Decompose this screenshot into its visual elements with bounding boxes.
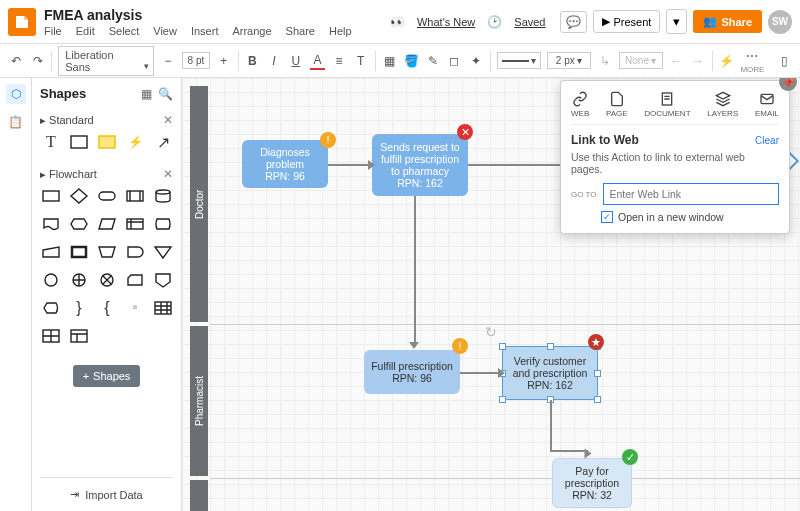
rotate-handle-icon[interactable]: ↻ <box>485 324 497 340</box>
close-standard-icon[interactable]: ✕ <box>163 113 173 127</box>
fc-manual2[interactable] <box>96 241 118 263</box>
warning-badge[interactable]: ! <box>320 132 336 148</box>
fc-bracket-r[interactable]: } <box>68 297 90 319</box>
connector-icon[interactable]: ↳ <box>597 52 613 70</box>
text-color-icon[interactable]: A <box>310 52 326 70</box>
size-increase[interactable]: + <box>216 52 232 70</box>
shape-bolt[interactable]: ⚡ <box>124 131 146 153</box>
binoculars-icon[interactable]: 👀 <box>390 15 405 29</box>
whats-new-link[interactable]: What's New <box>417 16 475 28</box>
fc-table3[interactable] <box>68 325 90 347</box>
node-sendreq[interactable]: Sends request to fulfill prescription to… <box>372 134 468 196</box>
menu-select[interactable]: Select <box>109 25 140 37</box>
fc-process[interactable] <box>40 185 62 207</box>
fc-dots[interactable]: ⦂⦂ <box>124 297 146 319</box>
menu-help[interactable]: Help <box>329 25 352 37</box>
fc-sum[interactable] <box>68 269 90 291</box>
fc-table1[interactable] <box>152 297 174 319</box>
import-data-button[interactable]: ⇥Import Data <box>40 477 173 511</box>
undo-icon[interactable]: ↶ <box>8 52 24 70</box>
share-button[interactable]: 👥 Share <box>693 10 762 33</box>
font-size[interactable]: 8 pt <box>182 52 210 69</box>
app-logo[interactable] <box>8 8 36 36</box>
fc-stored[interactable] <box>152 213 174 235</box>
close-flowchart-icon[interactable]: ✕ <box>163 167 173 181</box>
fc-terminator[interactable] <box>96 185 118 207</box>
fc-database[interactable] <box>152 185 174 207</box>
connector[interactable] <box>328 164 372 166</box>
saved-status[interactable]: Saved <box>514 16 545 28</box>
swimlane-patient[interactable]: Patient <box>190 480 208 511</box>
connector[interactable] <box>460 372 502 374</box>
fc-display[interactable] <box>40 297 62 319</box>
action-badge[interactable]: ★ <box>588 334 604 350</box>
fc-or[interactable] <box>96 269 118 291</box>
text-format-icon[interactable]: T <box>353 52 369 70</box>
swimlane-doctor[interactable]: Doctor <box>190 86 208 322</box>
arrow-end-icon[interactable]: → <box>690 52 706 70</box>
rail-shapes-icon[interactable]: ⬡ <box>6 84 26 104</box>
bucket-icon[interactable]: 🪣 <box>403 52 419 70</box>
menu-view[interactable]: View <box>153 25 177 37</box>
fc-bracket-l[interactable]: { <box>96 297 118 319</box>
stroke-width[interactable]: 2 px ▾ <box>547 52 591 69</box>
category-flowchart[interactable]: ▸ Flowchart <box>40 168 97 181</box>
pen-icon[interactable]: ✎ <box>425 52 441 70</box>
node-verify[interactable]: Verify customer and prescription RPN: 16… <box>502 346 598 400</box>
fc-prep[interactable] <box>68 213 90 235</box>
fc-offpage[interactable] <box>152 269 174 291</box>
bold-icon[interactable]: B <box>245 52 261 70</box>
italic-icon[interactable]: I <box>266 52 282 70</box>
fc-merge[interactable] <box>152 241 174 263</box>
node-pay[interactable]: Pay for prescription RPN: 32 <box>552 458 632 508</box>
category-standard[interactable]: ▸ Standard <box>40 114 94 127</box>
arrow-start-icon[interactable]: ← <box>669 52 685 70</box>
font-select[interactable]: Liberation Sans <box>58 46 154 76</box>
rail-layers-icon[interactable]: 📋 <box>6 112 26 132</box>
popup-tab-email[interactable]: EMAIL <box>755 91 779 118</box>
fill-icon[interactable]: ▦ <box>382 52 398 70</box>
shape-manager-icon[interactable]: ▦ <box>141 87 152 101</box>
present-dropdown[interactable]: ▾ <box>666 9 687 34</box>
fc-table2[interactable] <box>40 325 62 347</box>
warning-badge-3[interactable]: ! <box>452 338 468 354</box>
fc-input[interactable] <box>40 241 62 263</box>
fc-predefined[interactable] <box>124 185 146 207</box>
popup-tab-web[interactable]: WEB <box>571 91 589 118</box>
new-window-checkbox[interactable]: ✓ <box>601 211 613 223</box>
connector[interactable] <box>550 450 588 452</box>
fc-data[interactable] <box>96 213 118 235</box>
connector[interactable] <box>550 400 552 450</box>
menu-share[interactable]: Share <box>286 25 315 37</box>
shape-arrow[interactable]: ↗ <box>152 131 174 153</box>
fc-delay[interactable] <box>124 241 146 263</box>
magic-icon[interactable]: ✦ <box>468 52 484 70</box>
menu-insert[interactable]: Insert <box>191 25 219 37</box>
lightning-icon[interactable]: ⚡ <box>719 52 735 70</box>
shape-rect[interactable] <box>68 131 90 153</box>
web-link-input[interactable] <box>603 183 780 205</box>
underline-icon[interactable]: U <box>288 52 304 70</box>
menu-arrange[interactable]: Arrange <box>232 25 271 37</box>
size-decrease[interactable]: − <box>160 52 176 70</box>
fc-document[interactable] <box>40 213 62 235</box>
line-style-select[interactable]: ▾ <box>497 52 541 69</box>
popup-tab-layers[interactable]: LAYERS <box>707 91 738 118</box>
user-avatar[interactable]: SW <box>768 10 792 34</box>
node-fulfill[interactable]: Fulfill prescription RPN: 96 <box>364 350 460 394</box>
menu-edit[interactable]: Edit <box>76 25 95 37</box>
canvas[interactable]: Doctor Pharmacist Patient Diagnoses prob… <box>182 78 800 511</box>
error-badge[interactable]: ✕ <box>457 124 473 140</box>
shape-icon[interactable]: ◻ <box>447 52 463 70</box>
align-icon[interactable]: ≡ <box>331 52 347 70</box>
shape-text[interactable]: T <box>40 131 62 153</box>
fc-core[interactable] <box>68 241 90 263</box>
panel-icon[interactable]: ▯ <box>776 52 792 70</box>
fc-card[interactable] <box>124 269 146 291</box>
fill-select[interactable]: None ▾ <box>619 52 663 69</box>
present-button[interactable]: ▶ Present <box>593 10 661 33</box>
add-shapes-button[interactable]: + Shapes <box>73 365 141 387</box>
swimlane-pharmacist[interactable]: Pharmacist <box>190 326 208 476</box>
fc-connector[interactable] <box>40 269 62 291</box>
popup-clear[interactable]: Clear <box>755 135 779 146</box>
